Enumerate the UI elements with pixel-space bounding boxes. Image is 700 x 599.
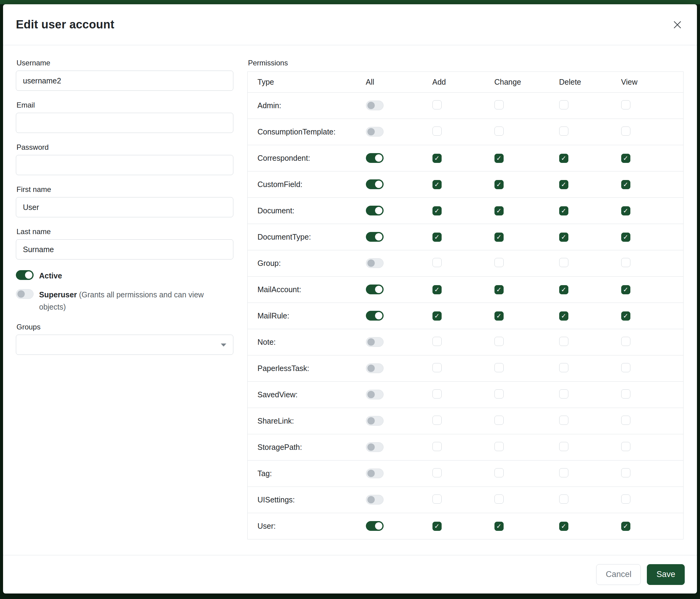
permission-all-toggle[interactable] [366, 206, 383, 215]
permission-delete-checkbox[interactable]: ✓ [559, 180, 568, 189]
permission-change-checkbox[interactable] [495, 258, 504, 267]
permission-all-toggle[interactable] [366, 232, 383, 242]
permission-view-checkbox[interactable]: ✓ [621, 180, 630, 189]
permission-add-checkbox[interactable] [432, 495, 442, 504]
permission-view-checkbox[interactable] [621, 100, 630, 110]
permission-change-checkbox[interactable] [495, 126, 504, 136]
permission-change-checkbox[interactable]: ✓ [495, 206, 504, 215]
permission-delete-checkbox[interactable]: ✓ [559, 311, 568, 320]
permission-delete-checkbox[interactable]: ✓ [559, 233, 568, 242]
permission-add-checkbox[interactable] [432, 468, 442, 477]
permission-view-checkbox[interactable]: ✓ [621, 233, 630, 242]
permission-add-checkbox[interactable]: ✓ [432, 285, 442, 294]
permission-add-checkbox[interactable] [432, 389, 442, 399]
permission-all-toggle[interactable] [366, 127, 383, 137]
permission-view-checkbox[interactable] [621, 126, 630, 136]
permission-delete-checkbox[interactable]: ✓ [559, 154, 568, 163]
permission-view-checkbox[interactable] [621, 363, 630, 372]
close-button[interactable] [670, 18, 685, 32]
permission-delete-checkbox[interactable] [559, 258, 568, 267]
permission-view-checkbox[interactable]: ✓ [621, 206, 630, 215]
permission-add-checkbox[interactable]: ✓ [432, 154, 442, 163]
permission-all-toggle[interactable] [366, 442, 383, 452]
permission-add-checkbox[interactable]: ✓ [432, 311, 442, 320]
permission-all-toggle[interactable] [366, 285, 383, 294]
permission-view-checkbox[interactable] [621, 416, 630, 425]
permission-view-checkbox[interactable] [621, 495, 630, 504]
permission-row: User:✓✓✓✓ [248, 513, 683, 540]
permissions-header-row: TypeAllAddChangeDeleteView [248, 72, 683, 93]
permission-add-checkbox[interactable] [432, 337, 442, 346]
permission-add-checkbox[interactable]: ✓ [432, 206, 442, 215]
permission-view-checkbox[interactable] [621, 389, 630, 399]
last-name-input[interactable] [16, 239, 233, 260]
permission-add-checkbox[interactable] [432, 100, 442, 110]
permission-add-checkbox[interactable] [432, 363, 442, 372]
permission-add-checkbox[interactable]: ✓ [432, 233, 442, 242]
permission-change-cell [485, 250, 549, 277]
permission-add-checkbox[interactable]: ✓ [432, 522, 442, 531]
email-input[interactable] [16, 113, 233, 133]
permission-delete-checkbox[interactable] [559, 416, 568, 425]
permission-view-checkbox[interactable]: ✓ [621, 285, 630, 294]
permission-change-checkbox[interactable]: ✓ [495, 233, 504, 242]
permission-all-toggle[interactable] [366, 311, 383, 320]
permission-change-checkbox[interactable] [495, 363, 504, 372]
superuser-row: Superuser (Grants all permissions and ca… [16, 288, 233, 313]
superuser-toggle[interactable] [16, 289, 33, 299]
permission-add-checkbox[interactable]: ✓ [432, 180, 442, 189]
permission-delete-checkbox[interactable] [559, 126, 568, 136]
permission-all-toggle[interactable] [366, 153, 383, 163]
permission-add-checkbox[interactable] [432, 416, 442, 425]
permission-delete-checkbox[interactable] [559, 442, 568, 451]
permission-all-toggle[interactable] [366, 337, 383, 347]
permission-all-toggle[interactable] [366, 416, 383, 426]
permission-change-checkbox[interactable]: ✓ [495, 311, 504, 320]
password-input[interactable] [16, 155, 233, 175]
permission-delete-checkbox[interactable]: ✓ [559, 206, 568, 215]
permission-delete-checkbox[interactable] [559, 100, 568, 110]
permission-view-checkbox[interactable]: ✓ [621, 311, 630, 320]
permission-all-toggle[interactable] [366, 100, 383, 110]
permission-delete-checkbox[interactable] [559, 389, 568, 399]
permission-add-checkbox[interactable] [432, 126, 442, 136]
permission-change-checkbox[interactable]: ✓ [495, 180, 504, 189]
permission-all-toggle[interactable] [366, 495, 383, 505]
permission-add-checkbox[interactable] [432, 258, 442, 267]
permission-change-checkbox[interactable] [495, 442, 504, 451]
permission-delete-checkbox[interactable] [559, 468, 568, 477]
cancel-button[interactable]: Cancel [596, 564, 641, 585]
first-name-input[interactable] [16, 197, 233, 217]
permission-all-toggle[interactable] [366, 258, 383, 268]
permission-view-checkbox[interactable] [621, 468, 630, 477]
permission-change-checkbox[interactable]: ✓ [495, 285, 504, 294]
permission-view-checkbox[interactable] [621, 258, 630, 267]
active-toggle[interactable] [16, 270, 33, 280]
permission-delete-checkbox[interactable]: ✓ [559, 522, 568, 531]
permission-all-toggle[interactable] [366, 390, 383, 400]
permission-delete-checkbox[interactable] [559, 363, 568, 372]
save-button[interactable]: Save [647, 564, 685, 585]
permission-view-checkbox[interactable]: ✓ [621, 522, 630, 531]
permission-change-checkbox[interactable] [495, 337, 504, 346]
permission-change-checkbox[interactable] [495, 495, 504, 504]
permission-add-checkbox[interactable] [432, 442, 442, 451]
permission-delete-checkbox[interactable] [559, 337, 568, 346]
permission-view-checkbox[interactable]: ✓ [621, 154, 630, 163]
permission-change-checkbox[interactable] [495, 100, 504, 110]
permission-view-checkbox[interactable] [621, 442, 630, 451]
permission-delete-checkbox[interactable]: ✓ [559, 285, 568, 294]
permission-all-toggle[interactable] [366, 179, 383, 189]
permission-all-toggle[interactable] [366, 363, 383, 373]
permission-change-checkbox[interactable] [495, 389, 504, 399]
permission-view-checkbox[interactable] [621, 337, 630, 346]
permission-all-toggle[interactable] [366, 521, 383, 531]
permission-delete-checkbox[interactable] [559, 495, 568, 504]
username-input[interactable] [16, 71, 233, 91]
permission-change-checkbox[interactable] [495, 416, 504, 425]
groups-select[interactable] [16, 335, 233, 355]
permission-change-checkbox[interactable]: ✓ [495, 522, 504, 531]
permission-change-checkbox[interactable] [495, 468, 504, 477]
permission-change-checkbox[interactable]: ✓ [495, 154, 504, 163]
permission-all-toggle[interactable] [366, 469, 383, 478]
